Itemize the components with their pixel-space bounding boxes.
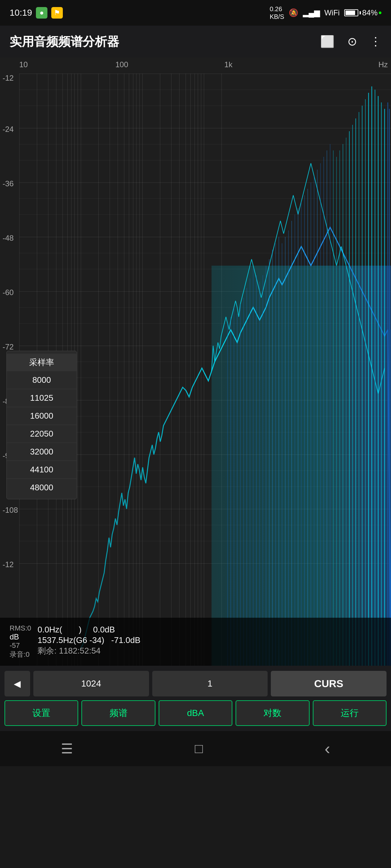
curs-button[interactable]: CURS: [271, 671, 387, 696]
sample-rate-dropdown[interactable]: 采样率 8000 11025 16000 22050 32000 44100 4…: [6, 351, 77, 499]
chart-container: -12 -24 -36 -48 -60 -72 -84 -96 -108 -12…: [0, 58, 391, 666]
settings-label: 设置: [32, 707, 50, 719]
sample-rate-48000[interactable]: 48000: [7, 479, 77, 496]
app-bar: 实用音频频谱分析器 ⬜ ⊙ ⋮: [0, 26, 391, 58]
fullscreen-icon[interactable]: ⬜: [320, 35, 335, 48]
y-label-minus12-bot: -12: [3, 560, 14, 569]
y-label-minus12-top: -12: [3, 73, 14, 83]
sample-rate-8000[interactable]: 8000: [7, 371, 77, 389]
fft-size-button[interactable]: 1024: [33, 671, 149, 696]
x-label-100: 100: [115, 60, 128, 69]
settings-button[interactable]: 设置: [4, 700, 78, 726]
status-time: 10:19: [9, 8, 32, 18]
dba-button[interactable]: dBA: [159, 700, 232, 726]
overlap-label: 1: [207, 679, 213, 689]
freq-cursor-1: 0.0Hz( ) 0.0dB: [37, 624, 140, 635]
battery-percent: 84%: [362, 8, 378, 17]
rms-label: RMS:0: [9, 624, 31, 632]
freq-cursor-2: 1537.5Hz(G6 -34) -71.0dB: [37, 635, 140, 645]
nav-home-icon[interactable]: □: [195, 741, 203, 756]
prev-button[interactable]: ◀: [4, 671, 30, 696]
curs-label: CURS: [314, 678, 343, 690]
rec-label: 录音:0: [9, 650, 31, 659]
sample-rate-16000[interactable]: 16000: [7, 407, 77, 425]
battery-indicator: 84%: [344, 8, 381, 17]
run-button[interactable]: 运行: [313, 700, 387, 726]
dba-label: dBA: [187, 708, 204, 718]
remaining-time: 剩余: 1182:52:54: [37, 645, 140, 656]
db-label: dB: [9, 632, 31, 642]
status-bar: 10:19 ● ⚑ 0.26KB/S 🔕 ▂▄▆ WiFi 84%: [0, 0, 391, 26]
app-icon-2: ⚑: [51, 7, 63, 19]
status-right: 0.26KB/S 🔕 ▂▄▆ WiFi 84%: [270, 5, 381, 21]
sample-rate-22050[interactable]: 22050: [7, 425, 77, 443]
y-label-minus36: -36: [3, 179, 14, 188]
sample-rate-44100[interactable]: 44100: [7, 461, 77, 479]
dropdown-title: 采样率: [7, 354, 77, 371]
controls-row2: 设置 频谱 dBA 对数 运行: [4, 700, 387, 726]
app-icon-1: ●: [36, 7, 48, 19]
log-label: 对数: [263, 707, 281, 719]
sample-rate-32000[interactable]: 32000: [7, 443, 77, 461]
more-icon[interactable]: ⋮: [370, 35, 381, 48]
overlap-button[interactable]: 1: [152, 671, 268, 696]
sample-rate-11025[interactable]: 11025: [7, 389, 77, 407]
nav-bar: ☰ □ ‹: [0, 731, 391, 766]
network-speed: 0.26KB/S: [270, 5, 284, 21]
run-label: 运行: [341, 707, 359, 719]
signal-icon: ▂▄▆: [303, 8, 320, 17]
y-label-minus48: -48: [3, 234, 14, 243]
log-button[interactable]: 对数: [235, 700, 309, 726]
x-label-1k: 1k: [224, 60, 232, 69]
app-title: 实用音频频谱分析器: [9, 34, 119, 50]
target-icon[interactable]: ⊙: [347, 35, 357, 48]
app-bar-icons: ⬜ ⊙ ⋮: [320, 35, 381, 48]
status-left: 10:19 ● ⚑: [9, 7, 63, 19]
nav-menu-icon[interactable]: ☰: [61, 741, 73, 756]
fft-size-label: 1024: [81, 679, 101, 689]
y-label-minus72: -72: [3, 342, 14, 351]
y-label-minus60: -60: [3, 288, 14, 297]
mute-icon: 🔕: [289, 8, 298, 17]
spectrum-label: 频谱: [110, 707, 128, 719]
rms-value: -57: [9, 642, 31, 650]
x-label-hz: Hz: [379, 60, 388, 69]
x-label-10: 10: [19, 60, 28, 69]
bottom-controls: ◀ 1024 1 CURS 设置 频谱 dBA 对数 运行: [0, 666, 391, 731]
wifi-icon: WiFi: [324, 8, 340, 17]
y-label-minus108: -108: [3, 506, 18, 515]
nav-back-icon[interactable]: ‹: [325, 739, 330, 758]
spectrum-button[interactable]: 频谱: [81, 700, 155, 726]
controls-row1: ◀ 1024 1 CURS: [4, 671, 387, 696]
y-label-minus24: -24: [3, 125, 14, 134]
chart-info-overlay: RMS:0 dB -57 录音:0 0.0Hz( ) 0.0dB 1537.5H…: [0, 618, 391, 666]
